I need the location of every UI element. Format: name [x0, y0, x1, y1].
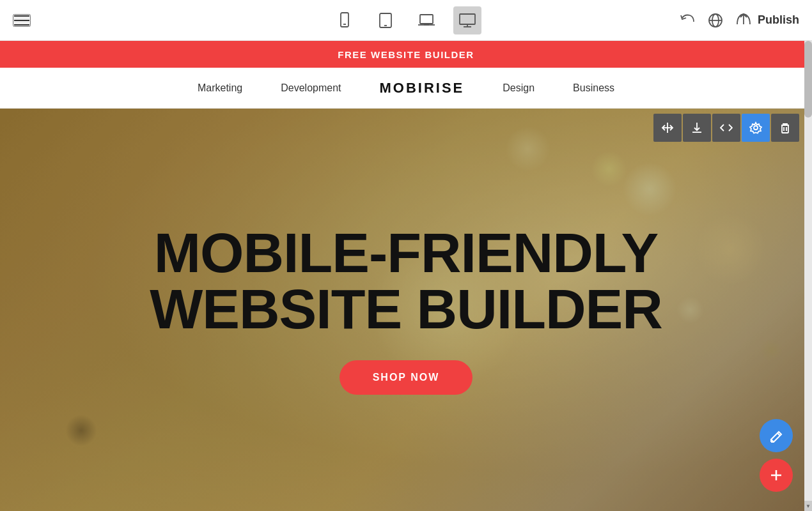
publish-label: Publish — [758, 13, 799, 27]
hero-cta-button[interactable]: SHOP NOW — [340, 360, 473, 395]
tablet-view-button[interactable] — [371, 6, 400, 34]
preview-button[interactable] — [707, 11, 724, 29]
svg-rect-7 — [460, 14, 475, 24]
promo-text: FREE WEBSITE BUILDER — [338, 49, 474, 60]
toolbar-left — [13, 14, 31, 27]
hero-title-line1: MOBILE-FRIENDLY — [154, 221, 658, 284]
site-nav: Marketing Development MOBIRISE Design Bu… — [0, 68, 812, 109]
publish-button[interactable]: Publish — [735, 11, 799, 29]
svg-point-19 — [754, 126, 758, 130]
section-settings-button[interactable] — [742, 114, 770, 142]
hero-title-line2: WEBSITE BUILDER — [150, 277, 662, 340]
menu-button[interactable] — [13, 14, 31, 27]
section-code-button[interactable] — [712, 114, 740, 142]
site-logo[interactable]: MOBIRISE — [380, 80, 465, 96]
mobile-view-button[interactable] — [331, 6, 359, 34]
add-block-button[interactable] — [760, 459, 793, 492]
svg-rect-20 — [782, 125, 788, 133]
nav-item-marketing[interactable]: Marketing — [198, 82, 242, 94]
toolbar-right: Publish — [678, 11, 799, 29]
edit-float-button[interactable] — [760, 419, 793, 452]
top-toolbar: Publish — [0, 0, 812, 41]
section-toolbar — [653, 114, 799, 142]
desktop-view-button[interactable] — [453, 6, 481, 34]
laptop-view-button[interactable] — [412, 6, 441, 34]
nav-item-development[interactable]: Development — [281, 82, 341, 94]
section-download-button[interactable] — [683, 114, 711, 142]
section-move-button[interactable] — [653, 114, 682, 142]
section-delete-button[interactable] — [771, 114, 799, 142]
nav-item-business[interactable]: Business — [573, 82, 614, 94]
svg-rect-4 — [420, 15, 433, 24]
promo-banner: FREE WEBSITE BUILDER — [0, 41, 812, 68]
scrollbar-thumb[interactable] — [804, 41, 812, 118]
float-buttons — [760, 419, 793, 492]
undo-button[interactable] — [678, 11, 696, 29]
device-switcher — [331, 6, 481, 34]
hero-section: MOBILE-FRIENDLY WEBSITE BUILDER SHOP NOW — [0, 109, 812, 511]
hero-content: MOBILE-FRIENDLY WEBSITE BUILDER SHOP NOW — [0, 109, 812, 511]
hero-title: MOBILE-FRIENDLY WEBSITE BUILDER — [150, 225, 662, 337]
nav-item-design[interactable]: Design — [503, 82, 535, 94]
